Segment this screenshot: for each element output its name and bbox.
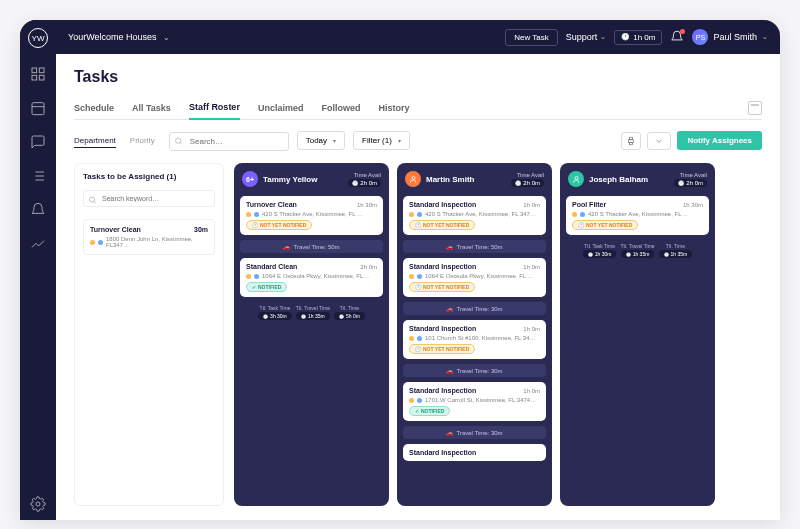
- assign-panel-title: Tasks to be Assigned (1): [83, 172, 215, 181]
- svg-rect-2: [32, 75, 37, 80]
- time-avail-label: Time Avail: [354, 172, 381, 178]
- nav-dashboard-icon[interactable]: [30, 66, 46, 82]
- tab-schedule[interactable]: Schedule: [74, 97, 114, 119]
- svg-line-16: [94, 202, 96, 204]
- status-dot-icon: [246, 212, 251, 217]
- status-badge: NOT YET NOTIFIED: [409, 220, 475, 230]
- total-label: Ttl. Task Time: [260, 305, 291, 311]
- task-address: 420 S Thacker Ave, Kissimmee, FL …: [588, 211, 689, 217]
- nav-list-icon[interactable]: [30, 168, 46, 184]
- task-card[interactable]: Standard Inspection1h 0m 101 Church St #…: [403, 320, 546, 359]
- tab-unclaimed[interactable]: Unclaimed: [258, 97, 304, 119]
- task-title: Turnover Clean: [246, 201, 297, 208]
- task-title: Standard Inspection: [409, 263, 476, 270]
- staff-avatar: 6+: [242, 171, 258, 187]
- nav-chat-icon[interactable]: [30, 134, 46, 150]
- tab-staff-roster[interactable]: Staff Roster: [189, 96, 240, 120]
- chevron-down-icon: ⌄: [163, 33, 170, 42]
- task-address: 1800 Denn John Ln, Kissimmee, FL347…: [106, 236, 208, 248]
- task-title: Standard Inspection: [409, 387, 476, 394]
- total-value: 1h 35m: [296, 312, 330, 320]
- travel-time-row: Travel Time: 30m: [403, 426, 546, 439]
- staff-name: Tammy Yellow: [263, 175, 343, 184]
- task-card[interactable]: Turnover Clean1h 30m 420 S Thacker Ave, …: [240, 196, 383, 235]
- notify-assignees-button[interactable]: Notify Assignees: [677, 131, 762, 150]
- task-duration: 1h 30m: [357, 202, 377, 208]
- support-link[interactable]: Support⌄: [566, 32, 607, 42]
- staff-name: Joseph Balham: [589, 175, 669, 184]
- staff-column: Joseph Balham Time Avail 2h 0m Pool Filt…: [560, 163, 715, 506]
- nav-bell-icon[interactable]: [30, 202, 46, 218]
- column-totals: Ttl. Task Time3h 30mTtl. Travel Time1h 3…: [240, 302, 383, 323]
- travel-time-row: Travel Time: 30m: [403, 364, 546, 377]
- task-card[interactable]: Pool Filter1h 30m 420 S Thacker Ave, Kis…: [566, 196, 709, 235]
- svg-rect-12: [629, 139, 634, 142]
- task-card[interactable]: Standard Inspection: [403, 444, 546, 461]
- status-dot-icon: [98, 240, 103, 245]
- svg-point-18: [575, 176, 578, 179]
- assign-search-input[interactable]: [83, 190, 215, 207]
- status-dot-icon: [409, 274, 414, 279]
- travel-time-row: Travel Time: 50m: [240, 240, 383, 253]
- nav-chart-icon[interactable]: [30, 236, 46, 252]
- svg-rect-1: [39, 68, 44, 73]
- task-card[interactable]: Standard Inspection1h 0m 1064 E Osceola …: [403, 258, 546, 297]
- unassigned-task-card[interactable]: Turnover Clean 30m 1800 Denn John Ln, Ki…: [83, 219, 215, 255]
- tab-history[interactable]: History: [378, 97, 409, 119]
- page-title: Tasks: [74, 68, 762, 86]
- print-button[interactable]: [621, 132, 641, 150]
- time-avail-value: 2h 0m: [348, 179, 381, 187]
- task-duration: 1h 0m: [523, 202, 540, 208]
- status-dot-icon: [580, 212, 585, 217]
- search-icon: [88, 196, 97, 205]
- tab-followed[interactable]: Followed: [321, 97, 360, 119]
- svg-point-15: [90, 197, 95, 202]
- logo-icon: YW: [28, 28, 48, 48]
- task-card[interactable]: Standard Inspection1h 0m 1701 W Carroll …: [403, 382, 546, 421]
- tabs: Schedule All Tasks Staff Roster Unclaime…: [74, 96, 762, 120]
- task-duration: 30m: [194, 226, 208, 233]
- user-menu[interactable]: PS Paul Smith ⌄: [692, 29, 768, 45]
- calendar-icon[interactable]: [748, 101, 762, 115]
- avatar: PS: [692, 29, 708, 45]
- nav-calendar-icon[interactable]: [30, 100, 46, 116]
- status-dot-icon: [417, 274, 422, 279]
- travel-time-row: Travel Time: 30m: [403, 302, 546, 315]
- svg-line-11: [180, 142, 182, 144]
- time-pill: 1h 0m: [614, 30, 662, 45]
- staff-name: Martin Smith: [426, 175, 506, 184]
- svg-rect-13: [630, 137, 633, 140]
- svg-rect-14: [630, 142, 633, 144]
- task-card[interactable]: Standard Clean2h 0m 1064 E Osceola Pkwy,…: [240, 258, 383, 297]
- status-dot-icon: [254, 212, 259, 217]
- task-address: 1701 W Carroll St, Kissimmee, FL 3474…: [425, 397, 536, 403]
- chevron-down-icon: ⌄: [600, 33, 606, 41]
- sidebar: YW: [20, 20, 56, 520]
- search-icon: [174, 136, 183, 145]
- subtab-priority[interactable]: Priority: [130, 134, 155, 148]
- notification-dot: [680, 29, 685, 34]
- user-name: Paul Smith: [713, 32, 757, 42]
- org-switcher[interactable]: YourWelcome Houses ⌄: [68, 32, 170, 42]
- nav-settings-icon[interactable]: [30, 496, 46, 512]
- filter-dropdown[interactable]: Filter (1)▾: [353, 131, 410, 150]
- org-name: YourWelcome Houses: [68, 32, 157, 42]
- subtab-department[interactable]: Department: [74, 134, 116, 148]
- status-dot-icon: [409, 212, 414, 217]
- tab-all-tasks[interactable]: All Tasks: [132, 97, 171, 119]
- task-duration: 1h 0m: [523, 388, 540, 394]
- date-filter-dropdown[interactable]: Today▾: [297, 131, 345, 150]
- task-card[interactable]: Standard Inspection1h 0m 420 S Thacker A…: [403, 196, 546, 235]
- notification-bell-icon[interactable]: [670, 30, 684, 44]
- new-task-button[interactable]: New Task: [505, 29, 558, 46]
- status-dot-icon: [246, 274, 251, 279]
- svg-point-10: [175, 138, 180, 143]
- task-duration: 1h 30m: [683, 202, 703, 208]
- task-title: Pool Filter: [572, 201, 606, 208]
- total-value: 1h 30m: [583, 250, 617, 258]
- task-duration: 2h 0m: [360, 264, 377, 270]
- options-dropdown[interactable]: [647, 132, 671, 150]
- search-input[interactable]: [169, 132, 289, 151]
- task-address: 420 S Thacker Ave, Kissimmee, FL …: [262, 211, 363, 217]
- staff-avatar: [405, 171, 421, 187]
